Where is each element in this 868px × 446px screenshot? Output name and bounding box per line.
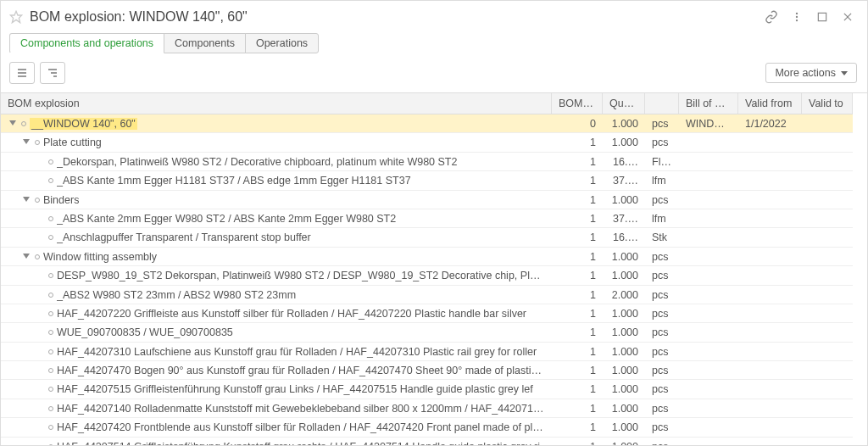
row-validfrom [738, 133, 802, 152]
svg-point-3 [796, 20, 798, 21]
close-icon[interactable] [838, 8, 857, 26]
row-name: HAF_44207514 Griffleistenführung Kunstst… [57, 441, 540, 445]
row-level: 1 [552, 323, 603, 342]
row-billmat [679, 228, 738, 247]
row-validto [802, 323, 853, 342]
row-qty: 1.000 [603, 361, 645, 380]
col-validfrom[interactable]: Valid from [738, 93, 802, 114]
node-icon [48, 406, 53, 411]
node-icon [48, 425, 53, 430]
row-billmat: WINDO… [679, 114, 738, 133]
row-name: _Anschlagpuffer Transparent / Transparen… [57, 231, 311, 243]
row-validto [802, 209, 853, 228]
row-qty: 1.000 [603, 399, 645, 418]
kebab-menu-icon[interactable] [787, 8, 806, 26]
tree-toggle-icon[interactable] [8, 119, 18, 129]
row-qty: 1.000 [603, 438, 645, 445]
node-icon [48, 349, 53, 354]
node-icon [35, 140, 40, 145]
row-billmat [679, 153, 738, 171]
row-qty: 1.000 [603, 343, 645, 361]
row-level: 1 [552, 399, 603, 418]
expand-icon[interactable] [813, 8, 832, 26]
row-level: 1 [552, 228, 603, 247]
node-icon [48, 273, 53, 278]
row-billmat [679, 438, 738, 445]
row-qty: 16.… [603, 153, 645, 171]
favorite-star-icon[interactable] [9, 10, 23, 24]
row-billmat [679, 133, 738, 152]
link-icon[interactable] [762, 8, 781, 26]
row-name: _ABS Kante 1mm Egger H1181 ST37 / ABS ed… [57, 175, 411, 187]
row-qty: 37.… [603, 209, 645, 228]
row-level: 1 [552, 266, 603, 285]
row-level: 1 [552, 153, 603, 171]
node-icon [21, 121, 26, 126]
row-validto [802, 361, 853, 380]
tab-1[interactable]: Components [164, 33, 246, 53]
svg-marker-0 [10, 11, 21, 22]
chevron-down-icon [841, 71, 848, 75]
row-billmat [679, 323, 738, 342]
table-scroll[interactable]: BOM explosion BOM level Quantity Bill of… [1, 93, 867, 445]
row-validto [802, 438, 853, 445]
row-unit: pcs [645, 323, 679, 342]
row-name: WUE_090700835 / WUE_090700835 [57, 326, 233, 338]
row-validfrom [738, 343, 802, 361]
node-icon [48, 330, 53, 335]
node-icon [48, 444, 53, 445]
row-qty: 1.000 [603, 191, 645, 209]
col-billmat[interactable]: Bill of ma… [679, 93, 738, 114]
row-validto [802, 304, 853, 323]
row-unit: lfm [645, 209, 679, 228]
toolbar: More actions [1, 53, 867, 92]
svg-marker-13 [9, 120, 16, 125]
tree-toggle-icon[interactable] [21, 137, 31, 148]
node-icon [48, 235, 53, 240]
tab-2[interactable]: Operations [245, 33, 319, 53]
expand-all-button[interactable] [9, 62, 35, 84]
row-qty: 1.000 [603, 380, 645, 399]
svg-point-1 [796, 13, 798, 14]
row-level: 1 [552, 209, 603, 228]
col-name[interactable]: BOM explosion [1, 93, 552, 114]
row-unit: pcs [645, 191, 679, 209]
tree-toggle-icon[interactable] [21, 195, 31, 205]
col-level[interactable]: BOM level [552, 93, 603, 114]
tab-0[interactable]: Components and operations [9, 33, 164, 53]
col-qty[interactable]: Quantity [603, 93, 645, 114]
svg-point-2 [796, 16, 798, 18]
collapse-all-button[interactable] [40, 62, 65, 84]
row-validto [802, 248, 853, 266]
row-validfrom [738, 171, 802, 190]
row-name: DESP_W980_19_ST2 Dekorspan, Platinweiß W… [57, 270, 545, 282]
row-name: Binders [43, 194, 79, 206]
node-icon [48, 368, 53, 373]
page-title: BOM explosion: WINDOW 140", 60" [30, 9, 755, 25]
more-actions-button[interactable]: More actions [765, 63, 857, 83]
row-validfrom [738, 153, 802, 171]
svg-marker-14 [23, 139, 30, 144]
row-unit: pcs [645, 418, 679, 437]
row-unit: pcs [645, 304, 679, 323]
row-unit: pcs [645, 266, 679, 285]
titlebar: BOM explosion: WINDOW 140", 60" [1, 1, 867, 33]
col-unit[interactable] [645, 93, 679, 114]
node-icon [35, 198, 40, 203]
row-level: 0 [552, 114, 603, 133]
row-validto [802, 153, 853, 171]
row-validfrom: 1/1/2022 [738, 114, 802, 133]
row-billmat [679, 171, 738, 190]
row-unit: pcs [645, 438, 679, 445]
col-validto[interactable]: Valid to [802, 93, 853, 114]
row-validto [802, 343, 853, 361]
more-actions-label: More actions [775, 67, 836, 79]
row-qty: 1.000 [603, 133, 645, 152]
row-name: HAF_44207515 Griffleistenführung Kunstof… [57, 383, 533, 395]
row-level: 1 [552, 286, 603, 304]
row-billmat [679, 380, 738, 399]
node-icon [48, 178, 53, 183]
row-validto [802, 418, 853, 437]
tree-toggle-icon[interactable] [21, 252, 31, 262]
row-level: 1 [552, 304, 603, 323]
